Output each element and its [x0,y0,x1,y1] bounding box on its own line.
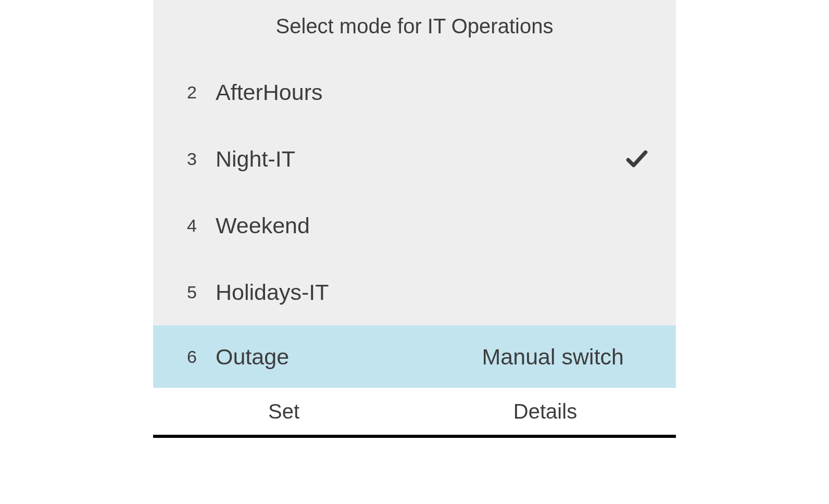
mode-select-dialog: Select mode for IT Operations 2 AfterHou… [153,0,676,438]
action-bar: Set Details [153,388,676,435]
mode-number: 5 [187,282,216,303]
mode-row-outage[interactable]: 6 Outage Manual switch [153,325,676,388]
mode-number: 2 [187,82,216,103]
details-button[interactable]: Details [414,390,676,433]
set-button[interactable]: Set [153,390,414,433]
mode-row-night-it[interactable]: 3 Night-IT [153,125,676,192]
mode-label: Holidays-IT [216,280,655,305]
mode-label: AfterHours [216,80,655,105]
mode-extra-text: Manual switch [482,344,655,370]
mode-list: 2 AfterHours 3 Night-IT 4 Weekend 5 Holi… [153,59,676,388]
mode-number: 4 [187,216,216,236]
bottom-border [153,435,676,438]
mode-number: 6 [187,347,216,367]
mode-label: Night-IT [216,146,624,172]
mode-label: Outage [216,344,482,370]
mode-row-holidays-it[interactable]: 5 Holidays-IT [153,259,676,325]
mode-number: 3 [187,149,216,169]
check-icon [624,146,650,172]
mode-label: Weekend [216,213,655,238]
mode-row-afterhours[interactable]: 2 AfterHours [153,59,676,125]
mode-row-weekend[interactable]: 4 Weekend [153,192,676,259]
dialog-title: Select mode for IT Operations [153,0,676,59]
